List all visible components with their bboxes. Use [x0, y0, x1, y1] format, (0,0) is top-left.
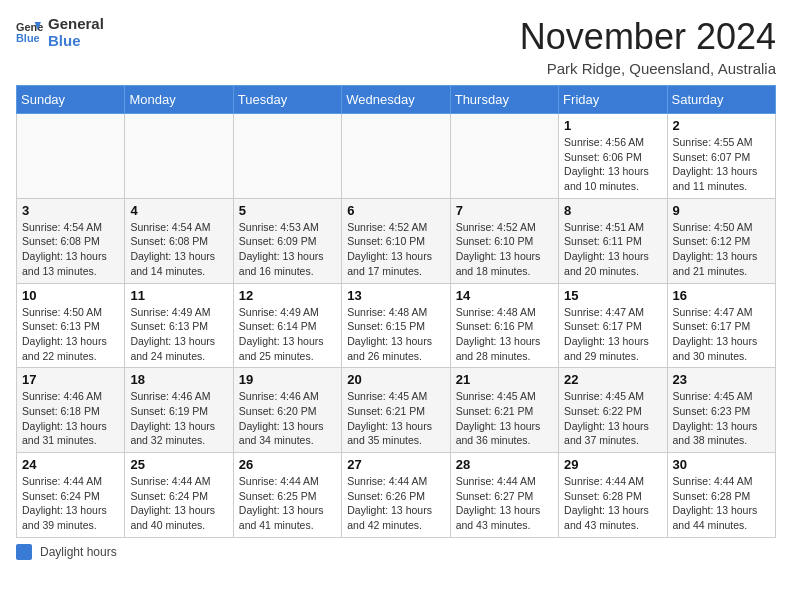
calendar-cell: 10Sunrise: 4:50 AM Sunset: 6:13 PM Dayli…: [17, 283, 125, 368]
day-number: 10: [22, 288, 119, 303]
week-row-4: 17Sunrise: 4:46 AM Sunset: 6:18 PM Dayli…: [17, 368, 776, 453]
calendar-cell: 23Sunrise: 4:45 AM Sunset: 6:23 PM Dayli…: [667, 368, 775, 453]
location: Park Ridge, Queensland, Australia: [520, 60, 776, 77]
day-detail: Sunrise: 4:45 AM Sunset: 6:21 PM Dayligh…: [456, 389, 553, 448]
day-number: 2: [673, 118, 770, 133]
day-detail: Sunrise: 4:48 AM Sunset: 6:15 PM Dayligh…: [347, 305, 444, 364]
day-number: 16: [673, 288, 770, 303]
day-number: 11: [130, 288, 227, 303]
day-number: 19: [239, 372, 336, 387]
calendar-cell: 15Sunrise: 4:47 AM Sunset: 6:17 PM Dayli…: [559, 283, 667, 368]
day-detail: Sunrise: 4:46 AM Sunset: 6:19 PM Dayligh…: [130, 389, 227, 448]
day-number: 23: [673, 372, 770, 387]
calendar-table: SundayMondayTuesdayWednesdayThursdayFrid…: [16, 85, 776, 538]
day-number: 24: [22, 457, 119, 472]
day-detail: Sunrise: 4:44 AM Sunset: 6:26 PM Dayligh…: [347, 474, 444, 533]
day-number: 5: [239, 203, 336, 218]
calendar-cell: [450, 114, 558, 199]
day-detail: Sunrise: 4:44 AM Sunset: 6:24 PM Dayligh…: [22, 474, 119, 533]
day-number: 8: [564, 203, 661, 218]
day-number: 13: [347, 288, 444, 303]
calendar-cell: 26Sunrise: 4:44 AM Sunset: 6:25 PM Dayli…: [233, 453, 341, 538]
day-number: 20: [347, 372, 444, 387]
title-area: November 2024 Park Ridge, Queensland, Au…: [520, 16, 776, 77]
day-number: 28: [456, 457, 553, 472]
day-detail: Sunrise: 4:45 AM Sunset: 6:21 PM Dayligh…: [347, 389, 444, 448]
day-number: 6: [347, 203, 444, 218]
day-number: 3: [22, 203, 119, 218]
calendar-cell: 27Sunrise: 4:44 AM Sunset: 6:26 PM Dayli…: [342, 453, 450, 538]
day-detail: Sunrise: 4:54 AM Sunset: 6:08 PM Dayligh…: [22, 220, 119, 279]
page-header: General Blue General Blue November 2024 …: [16, 16, 776, 77]
legend-color-box: [16, 544, 32, 560]
calendar-cell: 30Sunrise: 4:44 AM Sunset: 6:28 PM Dayli…: [667, 453, 775, 538]
calendar-cell: 3Sunrise: 4:54 AM Sunset: 6:08 PM Daylig…: [17, 198, 125, 283]
week-row-5: 24Sunrise: 4:44 AM Sunset: 6:24 PM Dayli…: [17, 453, 776, 538]
calendar-cell: 18Sunrise: 4:46 AM Sunset: 6:19 PM Dayli…: [125, 368, 233, 453]
day-number: 22: [564, 372, 661, 387]
day-detail: Sunrise: 4:52 AM Sunset: 6:10 PM Dayligh…: [456, 220, 553, 279]
week-row-2: 3Sunrise: 4:54 AM Sunset: 6:08 PM Daylig…: [17, 198, 776, 283]
day-number: 25: [130, 457, 227, 472]
calendar-cell: 14Sunrise: 4:48 AM Sunset: 6:16 PM Dayli…: [450, 283, 558, 368]
calendar-cell: 20Sunrise: 4:45 AM Sunset: 6:21 PM Dayli…: [342, 368, 450, 453]
calendar-cell: 21Sunrise: 4:45 AM Sunset: 6:21 PM Dayli…: [450, 368, 558, 453]
calendar-cell: 9Sunrise: 4:50 AM Sunset: 6:12 PM Daylig…: [667, 198, 775, 283]
calendar-cell: 16Sunrise: 4:47 AM Sunset: 6:17 PM Dayli…: [667, 283, 775, 368]
day-detail: Sunrise: 4:45 AM Sunset: 6:22 PM Dayligh…: [564, 389, 661, 448]
legend: Daylight hours: [16, 544, 776, 560]
day-detail: Sunrise: 4:55 AM Sunset: 6:07 PM Dayligh…: [673, 135, 770, 194]
week-row-3: 10Sunrise: 4:50 AM Sunset: 6:13 PM Dayli…: [17, 283, 776, 368]
day-detail: Sunrise: 4:44 AM Sunset: 6:27 PM Dayligh…: [456, 474, 553, 533]
day-detail: Sunrise: 4:48 AM Sunset: 6:16 PM Dayligh…: [456, 305, 553, 364]
legend-label: Daylight hours: [40, 545, 117, 559]
calendar-cell: [125, 114, 233, 199]
day-detail: Sunrise: 4:50 AM Sunset: 6:12 PM Dayligh…: [673, 220, 770, 279]
calendar-cell: 13Sunrise: 4:48 AM Sunset: 6:15 PM Dayli…: [342, 283, 450, 368]
calendar-cell: 28Sunrise: 4:44 AM Sunset: 6:27 PM Dayli…: [450, 453, 558, 538]
day-detail: Sunrise: 4:47 AM Sunset: 6:17 PM Dayligh…: [564, 305, 661, 364]
calendar-cell: 19Sunrise: 4:46 AM Sunset: 6:20 PM Dayli…: [233, 368, 341, 453]
header-friday: Friday: [559, 86, 667, 114]
day-detail: Sunrise: 4:49 AM Sunset: 6:14 PM Dayligh…: [239, 305, 336, 364]
calendar-cell: 5Sunrise: 4:53 AM Sunset: 6:09 PM Daylig…: [233, 198, 341, 283]
day-detail: Sunrise: 4:46 AM Sunset: 6:18 PM Dayligh…: [22, 389, 119, 448]
svg-text:Blue: Blue: [16, 32, 40, 44]
calendar-cell: 25Sunrise: 4:44 AM Sunset: 6:24 PM Dayli…: [125, 453, 233, 538]
day-detail: Sunrise: 4:44 AM Sunset: 6:28 PM Dayligh…: [564, 474, 661, 533]
day-detail: Sunrise: 4:45 AM Sunset: 6:23 PM Dayligh…: [673, 389, 770, 448]
calendar-cell: 29Sunrise: 4:44 AM Sunset: 6:28 PM Dayli…: [559, 453, 667, 538]
header-wednesday: Wednesday: [342, 86, 450, 114]
day-number: 21: [456, 372, 553, 387]
calendar-cell: 12Sunrise: 4:49 AM Sunset: 6:14 PM Dayli…: [233, 283, 341, 368]
day-detail: Sunrise: 4:56 AM Sunset: 6:06 PM Dayligh…: [564, 135, 661, 194]
calendar-cell: [342, 114, 450, 199]
calendar-cell: 22Sunrise: 4:45 AM Sunset: 6:22 PM Dayli…: [559, 368, 667, 453]
day-detail: Sunrise: 4:53 AM Sunset: 6:09 PM Dayligh…: [239, 220, 336, 279]
calendar-header-row: SundayMondayTuesdayWednesdayThursdayFrid…: [17, 86, 776, 114]
day-number: 9: [673, 203, 770, 218]
day-detail: Sunrise: 4:44 AM Sunset: 6:24 PM Dayligh…: [130, 474, 227, 533]
header-saturday: Saturday: [667, 86, 775, 114]
day-detail: Sunrise: 4:47 AM Sunset: 6:17 PM Dayligh…: [673, 305, 770, 364]
calendar-cell: 24Sunrise: 4:44 AM Sunset: 6:24 PM Dayli…: [17, 453, 125, 538]
header-thursday: Thursday: [450, 86, 558, 114]
day-number: 14: [456, 288, 553, 303]
day-detail: Sunrise: 4:54 AM Sunset: 6:08 PM Dayligh…: [130, 220, 227, 279]
day-detail: Sunrise: 4:44 AM Sunset: 6:28 PM Dayligh…: [673, 474, 770, 533]
day-number: 27: [347, 457, 444, 472]
calendar-cell: [17, 114, 125, 199]
month-title: November 2024: [520, 16, 776, 58]
day-number: 12: [239, 288, 336, 303]
day-detail: Sunrise: 4:50 AM Sunset: 6:13 PM Dayligh…: [22, 305, 119, 364]
calendar-cell: [233, 114, 341, 199]
calendar-cell: 2Sunrise: 4:55 AM Sunset: 6:07 PM Daylig…: [667, 114, 775, 199]
calendar-cell: 11Sunrise: 4:49 AM Sunset: 6:13 PM Dayli…: [125, 283, 233, 368]
day-detail: Sunrise: 4:52 AM Sunset: 6:10 PM Dayligh…: [347, 220, 444, 279]
logo-text: General Blue: [48, 16, 104, 49]
header-sunday: Sunday: [17, 86, 125, 114]
day-number: 26: [239, 457, 336, 472]
day-detail: Sunrise: 4:49 AM Sunset: 6:13 PM Dayligh…: [130, 305, 227, 364]
logo-icon: General Blue: [16, 19, 44, 47]
day-number: 29: [564, 457, 661, 472]
